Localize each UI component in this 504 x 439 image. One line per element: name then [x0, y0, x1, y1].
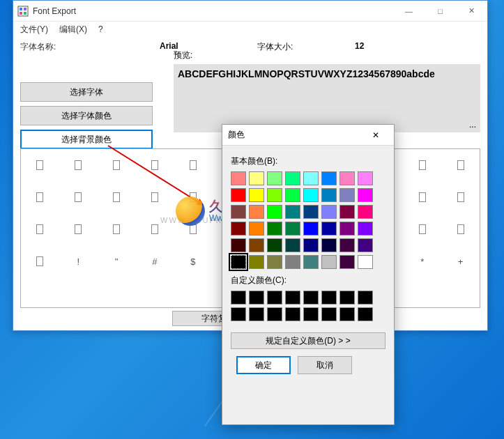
color-swatch[interactable]: [267, 238, 282, 252]
color-swatch[interactable]: [231, 171, 246, 185]
color-swatch[interactable]: [267, 188, 282, 202]
glyph-cell[interactable]: [441, 149, 480, 181]
color-swatch[interactable]: [267, 171, 282, 185]
glyph-char-cell[interactable]: +: [441, 245, 480, 277]
glyph-cell[interactable]: [441, 181, 480, 213]
glyph-cell[interactable]: [59, 149, 98, 181]
glyph-cell[interactable]: [135, 181, 174, 213]
glyph-char-cell[interactable]: [21, 245, 59, 277]
color-swatch[interactable]: [267, 255, 282, 269]
color-swatch[interactable]: [285, 238, 300, 252]
glyph-cell[interactable]: [21, 213, 59, 245]
glyph-cell[interactable]: [403, 149, 441, 181]
glyph-cell[interactable]: [441, 213, 480, 245]
color-swatch[interactable]: [321, 188, 337, 202]
color-swatch[interactable]: [358, 238, 373, 252]
select-font-button[interactable]: 选择字体: [20, 82, 153, 102]
menu-help[interactable]: ?: [96, 23, 106, 36]
custom-color-swatch[interactable]: [249, 307, 264, 321]
color-swatch[interactable]: [303, 255, 319, 269]
color-swatch[interactable]: [267, 205, 282, 219]
color-swatch[interactable]: [249, 238, 264, 252]
color-swatch[interactable]: [358, 205, 373, 219]
color-swatch[interactable]: [321, 255, 337, 269]
custom-color-swatch[interactable]: [267, 307, 282, 321]
glyph-char-cell[interactable]: $: [174, 245, 212, 277]
menu-file[interactable]: 文件(Y): [17, 22, 51, 37]
glyph-char-cell[interactable]: #: [135, 245, 174, 277]
color-swatch[interactable]: [321, 205, 337, 219]
color-swatch[interactable]: [303, 222, 319, 236]
glyph-cell[interactable]: [98, 181, 136, 213]
select-bg-color-button[interactable]: 选择背景颜色: [20, 130, 153, 149]
color-swatch[interactable]: [358, 188, 373, 202]
color-swatch[interactable]: [249, 188, 264, 202]
cancel-button[interactable]: 取消: [298, 356, 352, 374]
color-swatch[interactable]: [231, 205, 246, 219]
color-swatch[interactable]: [339, 255, 355, 269]
custom-color-swatch[interactable]: [303, 307, 319, 321]
color-swatch[interactable]: [358, 222, 373, 236]
glyph-char-cell[interactable]: !: [59, 245, 98, 277]
glyph-cell[interactable]: [403, 181, 441, 213]
custom-color-swatch[interactable]: [231, 291, 246, 305]
color-swatch[interactable]: [285, 171, 300, 185]
custom-color-swatch[interactable]: [249, 291, 264, 305]
glyph-cell[interactable]: [21, 181, 59, 213]
color-swatch[interactable]: [339, 222, 355, 236]
glyph-cell[interactable]: [98, 213, 136, 245]
color-swatch[interactable]: [339, 171, 355, 185]
color-swatch[interactable]: [285, 255, 300, 269]
custom-color-swatch[interactable]: [358, 307, 373, 321]
custom-color-swatch[interactable]: [303, 291, 319, 305]
maximize-button[interactable]: □: [425, 1, 456, 21]
color-swatch[interactable]: [303, 171, 319, 185]
custom-color-swatch[interactable]: [285, 307, 300, 321]
color-swatch[interactable]: [303, 188, 319, 202]
glyph-cell[interactable]: [59, 213, 98, 245]
glyph-cell[interactable]: [21, 149, 59, 181]
custom-color-swatch[interactable]: [267, 291, 282, 305]
color-swatch[interactable]: [249, 171, 264, 185]
color-dialog-close-button[interactable]: ✕: [363, 125, 388, 145]
color-swatch[interactable]: [358, 255, 373, 269]
color-swatch[interactable]: [303, 238, 319, 252]
menu-edit[interactable]: 编辑(X): [56, 22, 90, 37]
glyph-cell[interactable]: [403, 213, 441, 245]
close-button[interactable]: ✕: [456, 1, 487, 21]
color-swatch[interactable]: [339, 188, 355, 202]
ellipsis-button[interactable]: ...: [464, 118, 482, 131]
custom-color-swatch[interactable]: [339, 307, 355, 321]
ok-button[interactable]: 确定: [236, 356, 291, 374]
color-swatch[interactable]: [249, 222, 264, 236]
glyph-char-cell[interactable]: ": [98, 245, 136, 277]
color-swatch[interactable]: [285, 205, 300, 219]
color-swatch[interactable]: [358, 171, 373, 185]
custom-color-swatch[interactable]: [339, 291, 355, 305]
color-swatch[interactable]: [249, 205, 264, 219]
custom-color-swatch[interactable]: [285, 291, 300, 305]
minimize-button[interactable]: —: [393, 1, 425, 21]
color-swatch[interactable]: [231, 238, 246, 252]
glyph-cell[interactable]: [59, 181, 98, 213]
color-swatch[interactable]: [285, 188, 300, 202]
color-swatch[interactable]: [321, 222, 337, 236]
color-swatch[interactable]: [303, 205, 319, 219]
glyph-cell[interactable]: [174, 149, 212, 181]
define-custom-color-button[interactable]: 规定自定义颜色(D) > >: [231, 332, 385, 349]
color-swatch[interactable]: [285, 222, 300, 236]
color-swatch[interactable]: [339, 238, 355, 252]
color-swatch[interactable]: [231, 188, 246, 202]
color-swatch[interactable]: [321, 238, 337, 252]
glyph-char-cell[interactable]: *: [403, 245, 441, 277]
color-swatch[interactable]: [231, 255, 246, 269]
select-font-color-button[interactable]: 选择字体颜色: [20, 106, 153, 125]
color-swatch[interactable]: [267, 222, 282, 236]
glyph-cell[interactable]: [98, 149, 136, 181]
color-swatch[interactable]: [321, 171, 337, 185]
custom-color-swatch[interactable]: [321, 291, 337, 305]
color-swatch[interactable]: [231, 222, 246, 236]
color-swatch[interactable]: [249, 255, 264, 269]
color-swatch[interactable]: [339, 205, 355, 219]
custom-color-swatch[interactable]: [358, 291, 373, 305]
